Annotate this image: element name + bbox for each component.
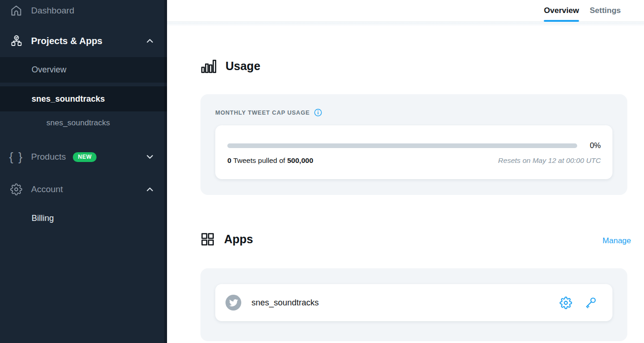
- tweets-pulled-text: Tweets pulled of: [232, 156, 287, 164]
- sidebar-item-projects-apps[interactable]: Projects & Apps: [0, 29, 167, 53]
- gear-icon: [9, 183, 24, 195]
- bar-chart-icon: [200, 58, 216, 74]
- tab-settings[interactable]: Settings: [590, 0, 621, 21]
- usage-card: MONTHLY TWEET CAP USAGE 0% 0 Tweets pull…: [200, 94, 627, 195]
- page-tab-bar: Overview Settings: [167, 0, 644, 22]
- usage-percent: 0%: [590, 141, 601, 150]
- sidebar-item-app-snes-soundtracks[interactable]: snes_soundtracks: [0, 111, 167, 135]
- projects-tree-icon: [9, 35, 24, 47]
- sidebar-item-label: snes_soundtracks: [46, 118, 110, 128]
- usage-reset-date: Resets on May 12 at 00:00 UTC: [498, 156, 601, 165]
- sidebar-item-products[interactable]: { } Products NEW: [0, 144, 167, 169]
- sidebar-item-label: Projects & Apps: [31, 36, 103, 46]
- apps-section-heading: Apps: [200, 232, 253, 246]
- info-icon[interactable]: [314, 109, 322, 116]
- tab-bar-shadow: [167, 22, 644, 26]
- tab-overview[interactable]: Overview: [544, 0, 579, 21]
- app-keys-key-icon[interactable]: [584, 297, 597, 309]
- tab-label: Settings: [590, 6, 621, 15]
- sidebar-item-overview[interactable]: Overview: [0, 57, 167, 83]
- braces-icon: { }: [9, 150, 24, 164]
- chevron-up-icon: [145, 36, 155, 46]
- sidebar-item-label: Overview: [32, 65, 66, 75]
- sidebar-item-label: Products: [31, 152, 66, 162]
- new-badge: NEW: [73, 152, 97, 162]
- tweet-cap-value: 500,000: [287, 156, 313, 164]
- sidebar-item-label: Dashboard: [31, 6, 74, 16]
- active-tab-underline: [544, 20, 579, 22]
- apps-grid-icon: [200, 232, 215, 246]
- sidebar-item-account[interactable]: Account: [0, 177, 167, 202]
- usage-progress-track: [227, 143, 577, 148]
- main-content: Overview Settings Usage MONTHLY TWEET CA…: [167, 0, 644, 343]
- sidebar-item-label: snes_soundtracks: [32, 94, 105, 104]
- tweet-cap-usage-panel: 0% 0 Tweets pulled of 500,000 Resets on …: [215, 125, 612, 179]
- apps-section-title: Apps: [224, 233, 253, 246]
- usage-card-label: MONTHLY TWEET CAP USAGE: [215, 110, 310, 116]
- usage-section-heading: Usage: [200, 58, 260, 74]
- manage-apps-link[interactable]: Manage: [603, 236, 631, 246]
- app-row[interactable]: snes_soundtracks: [215, 284, 612, 321]
- chevron-down-icon: [145, 152, 155, 162]
- sidebar-item-label: Account: [31, 184, 63, 194]
- home-icon: [9, 4, 24, 17]
- app-settings-gear-icon[interactable]: [560, 297, 572, 309]
- usage-section-title: Usage: [225, 59, 260, 73]
- app-name: snes_soundtracks: [251, 298, 319, 308]
- sidebar-item-label: Billing: [32, 214, 54, 223]
- tab-label: Overview: [544, 6, 579, 15]
- twitter-bird-avatar: [225, 295, 241, 311]
- sidebar: Dashboard Projects & Apps Overview snes_…: [0, 0, 167, 343]
- tweets-pulled-line: 0 Tweets pulled of 500,000: [227, 156, 313, 165]
- sidebar-item-billing[interactable]: Billing: [0, 206, 167, 230]
- chevron-up-icon: [145, 184, 155, 194]
- sidebar-item-project-snes-soundtracks[interactable]: snes_soundtracks: [0, 86, 167, 111]
- apps-card: snes_soundtracks: [200, 268, 627, 341]
- sidebar-item-dashboard[interactable]: Dashboard: [0, 0, 167, 21]
- tweets-pulled-count: 0: [227, 156, 232, 164]
